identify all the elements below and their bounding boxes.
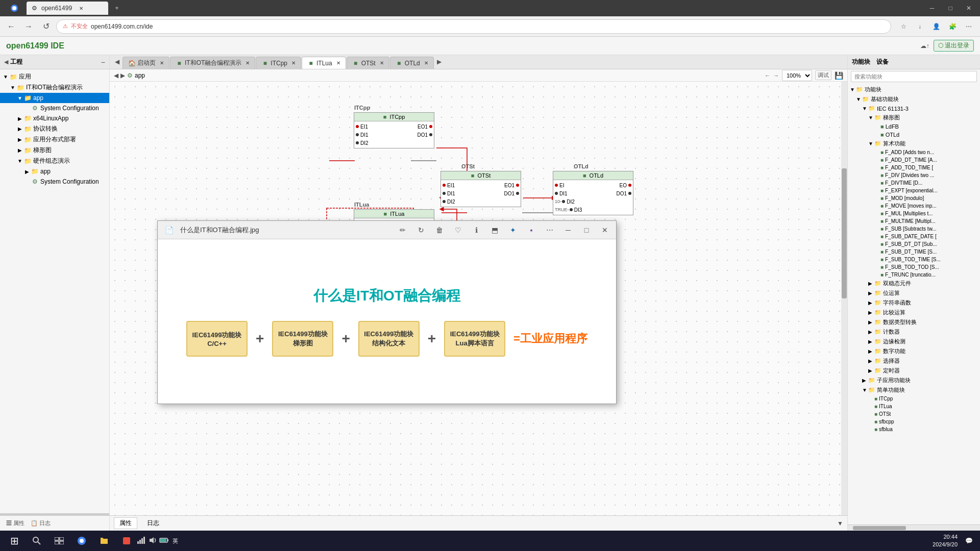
iv-close-btn[interactable]: ✕ — [598, 223, 612, 237]
sidebar-item-ladder[interactable]: ▶ 📁 梯形图 — [0, 145, 109, 156]
sidebar-collapse-btn[interactable]: − — [101, 58, 105, 66]
maximize-btn[interactable]: □ — [943, 2, 958, 15]
rt-item-counter[interactable]: ▶ 📁 计数器 — [848, 327, 980, 337]
rt-item-fsub-dtdt[interactable]: ■ F_SUB_DT_DT [Sub... — [848, 240, 980, 248]
iv-annotate-btn[interactable]: ✏ — [396, 223, 410, 237]
iv-highlight-btn[interactable]: ✦ — [506, 223, 520, 237]
taskbar-browser-btn[interactable] — [71, 531, 92, 551]
debug-btn[interactable]: 调试 — [815, 70, 831, 80]
tab-otld[interactable]: ■ OTLd ✕ — [390, 57, 434, 69]
tab-close[interactable]: ✕ — [246, 60, 250, 66]
rt-item-edge[interactable]: ▶ 📁 边缘检测 — [848, 337, 980, 346]
right-panel-scrollbar[interactable] — [848, 524, 980, 531]
profile-btn[interactable]: 👤 — [929, 19, 943, 34]
rt-item-ldfb[interactable]: ■ LdFB — [848, 122, 980, 131]
rt-item-selector[interactable]: ▶ 📁 选择器 — [848, 356, 980, 366]
breadcrumb-next[interactable]: ▶ — [120, 72, 125, 79]
sidebar-item-x64[interactable]: ▶ 📁 x64LinuxApp — [0, 113, 109, 123]
upload-btn[interactable]: ☁↑ — [920, 42, 929, 49]
right-search-input[interactable] — [851, 71, 977, 82]
sidebar-nav-prev[interactable]: ◀ — [4, 59, 8, 65]
sidebar-item-app[interactable]: ▼ 📁 app — [0, 93, 109, 103]
rt-item-digitalfn[interactable]: ▶ 📁 数字功能 — [848, 346, 980, 356]
save-btn[interactable]: 💾 — [835, 71, 843, 80]
taskbar-network-icon[interactable] — [137, 536, 145, 545]
back-button[interactable]: ← — [4, 19, 18, 34]
sidebar-item-it-ot[interactable]: ▼ 📁 IT和OT融合编程演示 — [0, 82, 109, 93]
rt-item-fexpt[interactable]: ■ F_EXPT [exponential... — [848, 187, 980, 194]
undo-btn[interactable]: ← — [765, 72, 770, 79]
rt-item-subapp[interactable]: ▶ 📁 子应用功能块 — [848, 375, 980, 385]
iv-maximize-btn[interactable]: □ — [579, 223, 594, 237]
redo-btn[interactable]: → — [773, 72, 779, 79]
fb-block-itcpp[interactable]: ITCpp ■ ITCpp EI1 DI1 — [354, 112, 434, 148]
rt-item-ftrunc[interactable]: ■ F_TRUNC [truncatio... — [848, 271, 980, 279]
iv-more-btn[interactable]: ⋯ — [543, 223, 557, 237]
sidebar-item-hardware[interactable]: ▼ 📁 硬件组态演示 — [0, 156, 109, 166]
address-bar[interactable]: ⚠ 不安全 open61499.com.cn/ide — [56, 19, 891, 34]
iv-share-btn[interactable]: ⬒ — [487, 223, 502, 237]
forward-button[interactable]: → — [21, 19, 36, 34]
more-btn[interactable]: ⋯ — [962, 19, 976, 34]
iv-rotate-btn[interactable]: ↻ — [414, 223, 428, 237]
rt-item-fsub[interactable]: ■ F_SUB [Subtracts tw... — [848, 225, 980, 233]
iv-delete-btn[interactable]: 🗑 — [432, 223, 447, 237]
tab-close[interactable]: ✕ — [336, 60, 340, 66]
taskbar-sound-icon[interactable] — [148, 536, 156, 545]
tab-it-ot[interactable]: ■ IT和OT融合编程演示 ✕ — [170, 57, 255, 69]
tab-home[interactable]: 🏠 启动页 ✕ — [122, 57, 169, 69]
sidebar-item-distributed[interactable]: ▶ 📁 应用分布式部署 — [0, 134, 109, 145]
diagram-scrollbar[interactable] — [841, 82, 847, 515]
rt-item-itlua[interactable]: ■ ITLua — [848, 403, 980, 410]
taskbar-app1-btn[interactable] — [116, 531, 137, 551]
taskbar-battery-icon[interactable] — [159, 537, 169, 544]
rt-item-bitop[interactable]: ▶ 📁 位运算 — [848, 288, 980, 298]
rt-item-simplefb[interactable]: ▼ 📁 简单功能块 — [848, 385, 980, 395]
rt-item-typeconv[interactable]: ▶ 📁 数据类型转换 — [848, 317, 980, 327]
rt-item-sfblua[interactable]: ■ sfblua — [848, 425, 980, 433]
tab-prev-btn[interactable]: ◀ — [112, 55, 122, 69]
refresh-button[interactable]: ↺ — [39, 19, 53, 34]
rt-item-otld[interactable]: ■ OTLd — [848, 131, 980, 139]
rt-item-fmove[interactable]: ■ F_MOVE [moves inp... — [848, 202, 980, 210]
tab-otst[interactable]: ■ OTSt ✕ — [347, 57, 389, 69]
rt-item-iec[interactable]: ▼ 📁 IEC 61131-3 — [848, 104, 980, 113]
sidebar-item-applications[interactable]: ▼ 📁 应用 — [0, 71, 109, 82]
properties-bottom-tab[interactable]: 属性 — [114, 517, 137, 529]
rt-item-fdiv[interactable]: ■ F_DIV [Divides two ... — [848, 171, 980, 179]
sidebar-item-system-config-2[interactable]: ⚙ System Configuration — [0, 177, 109, 187]
start-button[interactable]: ⊞ — [4, 531, 24, 551]
close-btn[interactable]: ✕ — [962, 2, 976, 15]
rt-item-fsub-todtod[interactable]: ■ F_SUB_TOD_TOD [S... — [848, 263, 980, 271]
minimize-btn[interactable]: ─ — [925, 2, 939, 15]
zoom-selector[interactable]: 100% 75% 125% 150% — [782, 70, 812, 81]
taskbar-task-view[interactable] — [49, 531, 69, 551]
rt-item-bistable[interactable]: ▶ 📁 双稳态元件 — [848, 279, 980, 288]
rt-item-strfunc[interactable]: ▶ 📁 字符串函数 — [848, 298, 980, 308]
log-tab[interactable]: 📋 日志 — [29, 518, 53, 528]
rt-item-timer[interactable]: ▶ 📁 定时器 — [848, 366, 980, 375]
tab-close-btn[interactable]: ✕ — [79, 6, 83, 11]
rt-item-fmod[interactable]: ■ F_MOD [modulo] — [848, 194, 980, 202]
tab-close[interactable]: ✕ — [424, 60, 428, 66]
tab-itlua[interactable]: ■ ITLua ✕ — [302, 57, 346, 69]
rt-item-fsub-dttime[interactable]: ■ F_SUB_DT_TIME [S... — [848, 248, 980, 256]
sidebar-item-protocol[interactable]: ▶ 📁 协议转换 — [0, 123, 109, 134]
download-btn[interactable]: ↓ — [913, 19, 927, 34]
new-tab-btn[interactable]: + — [110, 2, 124, 15]
tab-itcpp[interactable]: ■ ITCpp ✕ — [256, 57, 301, 69]
tab-next-btn[interactable]: ▶ — [434, 55, 445, 69]
iv-palette-btn[interactable]: ▪ — [524, 223, 538, 237]
browser-active-tab[interactable]: ⚙ open61499 ✕ — [27, 2, 108, 15]
bookmark-btn[interactable]: ☆ — [896, 19, 911, 34]
taskbar-clock[interactable]: 20:44 2024/9/20 — [933, 533, 962, 549]
rt-item-fadd-tod[interactable]: ■ F_ADD_TOD_TIME [ — [848, 164, 980, 171]
taskbar-search-btn[interactable] — [27, 531, 47, 551]
tab-close[interactable]: ✕ — [291, 60, 296, 66]
rt-item-fsub-dd[interactable]: ■ F_SUB_DATE_DATE [ — [848, 233, 980, 240]
rt-item-fmultime[interactable]: ■ F_MULTIME [Multipl... — [848, 217, 980, 225]
iv-favorite-btn[interactable]: ♡ — [451, 223, 465, 237]
rt-item-fadd[interactable]: ■ F_ADD [Adds two n... — [848, 148, 980, 156]
iv-info-btn[interactable]: ℹ — [469, 223, 483, 237]
rt-item-fdivtime[interactable]: ■ F_DIVTIME [D... — [848, 179, 980, 187]
